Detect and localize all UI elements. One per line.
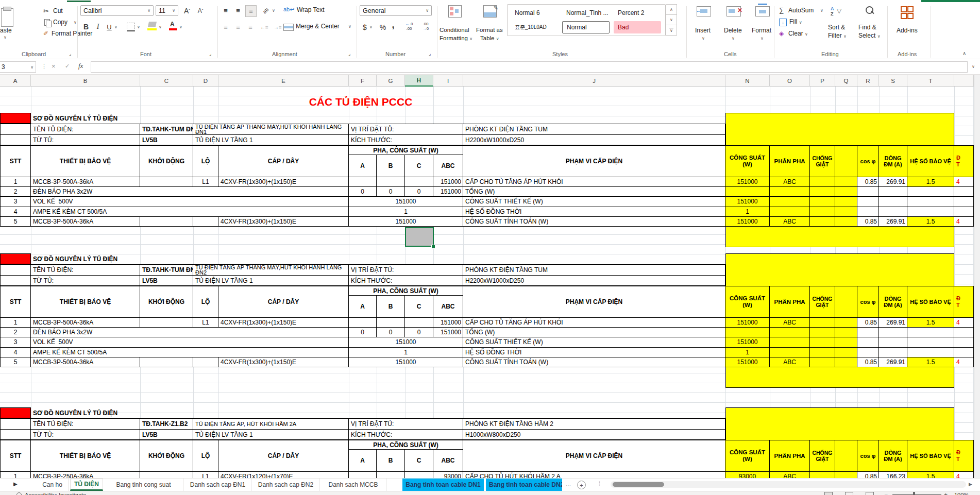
column-header-H[interactable]: H: [405, 75, 433, 87]
cancel-icon[interactable]: ×: [52, 62, 56, 70]
th-cos-phi[interactable]: cos φ: [857, 440, 879, 472]
cell-pha-c[interactable]: 0: [405, 187, 433, 197]
label-tu-tu[interactable]: TỪ TỦ:: [31, 276, 140, 286]
label-vi-tri[interactable]: VỊ TRÍ ĐẶT TỦ:: [349, 124, 463, 135]
th-khoi-dong[interactable]: KHỞI ĐỘNG: [140, 145, 193, 177]
cell-cong-suat[interactable]: 151000: [725, 197, 770, 207]
cell-device[interactable]: ĐÈN BÁO PHA 3x2W: [31, 328, 349, 337]
find-select-button-line2[interactable]: Select ∨: [858, 32, 881, 39]
cell[interactable]: [0, 135, 31, 145]
cell-pha-merged[interactable]: 151000: [349, 217, 463, 227]
insert-button[interactable]: Insert: [695, 27, 711, 34]
red-marker-cell[interactable]: [0, 253, 31, 264]
decrease-indent-button[interactable]: ←≡: [259, 22, 270, 32]
yellow-bottom-block[interactable]: [725, 227, 954, 247]
cell-device[interactable]: MCCB-3P-500A-36kA: [31, 217, 140, 227]
scroll-right-arrow-icon[interactable]: ▶: [969, 482, 972, 487]
th-pha-A[interactable]: A: [349, 155, 377, 177]
cell[interactable]: [0, 124, 31, 135]
bold-button[interactable]: B: [81, 22, 91, 32]
decrease-decimal-button[interactable]: .00→0: [418, 22, 433, 31]
th-pha-ABC[interactable]: ABC: [433, 155, 463, 177]
column-header-G[interactable]: G: [377, 75, 405, 87]
cell-blank[interactable]: [835, 328, 857, 337]
cell-chong-giat[interactable]: [810, 318, 835, 328]
style-gallery-item[interactable]: Normal: [562, 21, 610, 33]
label-ten-tu-dien[interactable]: TÊN TỦ ĐIỆN:: [31, 418, 140, 430]
copy-button[interactable]: Copy: [53, 19, 67, 26]
th-pha-A[interactable]: A: [349, 450, 377, 472]
alignment-dialog-launcher[interactable]: ⌟: [348, 51, 350, 56]
th-dong-dm[interactable]: DÒNG ĐM (A): [879, 440, 907, 472]
cell-cut-column[interactable]: [954, 328, 974, 337]
font-dialog-launcher[interactable]: ⌟: [209, 51, 211, 56]
cell-device[interactable]: AMPE KẾ KÈM CT 500/5A: [31, 207, 349, 217]
cell-dong-dm[interactable]: [879, 197, 907, 207]
cell-phan-pha[interactable]: ABC: [770, 357, 810, 367]
delete-button[interactable]: Delete: [724, 27, 742, 34]
cell-device[interactable]: MCCB-3P-500A-36kA: [31, 318, 140, 328]
th-phan-pha[interactable]: PHÂN PHA: [770, 145, 810, 177]
cell-dong-dm[interactable]: [879, 207, 907, 217]
th-pha-ABC[interactable]: ABC: [433, 296, 463, 318]
cell[interactable]: [0, 418, 31, 430]
cell-khoi-dong[interactable]: [140, 357, 193, 367]
panel-from[interactable]: LV5B: [140, 430, 193, 440]
th-khoi-dong[interactable]: KHỞI ĐỘNG: [140, 286, 193, 318]
th-pha-A[interactable]: A: [349, 296, 377, 318]
th-device[interactable]: THIẾT BỊ BẢO VỆ: [31, 145, 140, 177]
cell-pha-a[interactable]: 0: [349, 187, 377, 197]
new-sheet-button[interactable]: +: [577, 481, 586, 489]
cell-cable[interactable]: 4CXV-FR(1x120)+(1x70)E: [218, 472, 349, 478]
selection-fill-handle[interactable]: [431, 245, 435, 249]
cell-cut-column[interactable]: [954, 337, 974, 347]
cell-scope[interactable]: CÔNG SUẤT THIẾT KẾ (W): [463, 337, 725, 347]
cell-phan-pha[interactable]: ABC: [770, 472, 810, 478]
panel-location[interactable]: PHÒNG KT ĐIỆN TẦNG TUM: [463, 264, 725, 276]
cell-dong-dm[interactable]: [879, 187, 907, 197]
th-he-so-bao-ve[interactable]: HỆ SỐ BẢO VỆ: [907, 145, 954, 177]
cell-lo[interactable]: [193, 217, 218, 227]
percent-style-button[interactable]: %: [378, 22, 387, 32]
paste-button[interactable]: aste: [0, 27, 12, 34]
th-blank[interactable]: [835, 440, 857, 472]
enter-icon[interactable]: ✓: [65, 63, 70, 70]
yellow-merged-block[interactable]: [725, 253, 954, 286]
th-device[interactable]: THIẾT BỊ BẢO VỆ: [31, 440, 140, 472]
cell-cong-suat[interactable]: 151000: [725, 357, 770, 367]
style-gallery-item[interactable]: Percent 2: [614, 7, 661, 19]
cell-cos-phi[interactable]: 0.85: [857, 177, 879, 187]
cell-device[interactable]: MCCB-3P-250A-36kA: [31, 472, 140, 478]
fill-color-icon[interactable]: [148, 22, 157, 27]
cell-cos-phi[interactable]: [857, 197, 879, 207]
view-page-layout-icon[interactable]: [845, 492, 853, 495]
increase-indent-button[interactable]: →≡: [272, 22, 283, 32]
cell-blank[interactable]: [835, 197, 857, 207]
cell-pha-a[interactable]: [349, 472, 377, 478]
cell-he-so[interactable]: 1.5: [907, 318, 954, 328]
th-he-so-bao-ve[interactable]: HỆ SỐ BẢO VỆ: [907, 286, 954, 318]
cell-cong-suat[interactable]: 93000: [725, 472, 770, 478]
panel-size[interactable]: H1000xW800xD250: [463, 430, 725, 440]
view-page-break-icon[interactable]: [866, 492, 874, 495]
selected-cell[interactable]: [405, 227, 434, 247]
zoom-slider-thumb[interactable]: [913, 492, 915, 495]
cell-cut-column[interactable]: 4: [954, 318, 974, 328]
cell-cut-column[interactable]: 4: [954, 217, 974, 227]
th-pha-cong-suat[interactable]: PHA, CÔNG SUẤT (W): [349, 286, 463, 296]
gallery-scroll-up[interactable]: ∧: [666, 4, 677, 15]
cell-blank[interactable]: [835, 337, 857, 347]
cell-stt[interactable]: 4: [0, 348, 31, 357]
number-format-combo[interactable]: General∨: [360, 5, 432, 16]
format-as-table-button[interactable]: Format as: [476, 27, 503, 33]
cell-pha-merged[interactable]: 1: [349, 348, 463, 357]
cell-chong-giat[interactable]: [810, 472, 835, 478]
label-tu-tu[interactable]: TỪ TỦ:: [31, 135, 140, 145]
column-header-Q[interactable]: Q: [835, 75, 857, 87]
cell-pha-c[interactable]: [405, 472, 433, 478]
merge-dropdown-icon[interactable]: ∨: [348, 24, 351, 29]
cell-cong-suat[interactable]: [725, 187, 770, 197]
format-button[interactable]: Format: [752, 27, 771, 34]
cell-pha-a[interactable]: 0: [349, 328, 377, 337]
th-lo[interactable]: LỘ: [193, 440, 218, 472]
